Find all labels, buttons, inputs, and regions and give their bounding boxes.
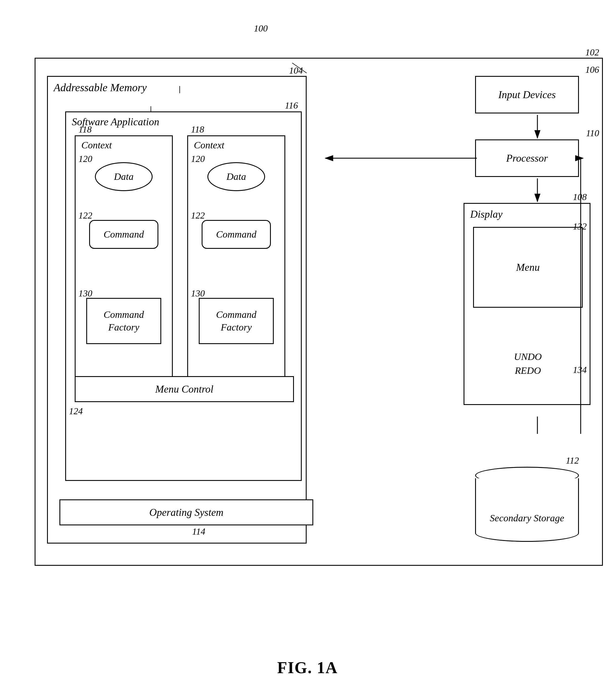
ref-120b: 120 — [191, 153, 205, 164]
ref-112: 112 — [566, 455, 579, 466]
ref-102: 102 — [585, 47, 599, 58]
processor-box: Processor — [475, 139, 579, 177]
cylinder-body — [475, 478, 579, 542]
ref-122a: 122 — [78, 210, 92, 221]
ref-104: 104 — [289, 65, 303, 76]
ref-124: 124 — [69, 406, 83, 416]
ref-132: 132 — [573, 221, 587, 232]
ref-118b: 118 — [191, 124, 204, 135]
context-box-right: 118 Context Data 120 Command 122 Command… — [187, 135, 285, 395]
undo-redo-label: UNDOREDO — [514, 350, 542, 377]
box-104: 104 Addressable Memory 116 Software Appl… — [47, 76, 307, 543]
menu-control-label: Menu Control — [155, 383, 214, 395]
data-oval-right: Data — [207, 162, 265, 191]
factory-label-left: Command Factory — [87, 308, 161, 334]
os-label: Operating System — [150, 506, 223, 518]
secondary-storage: 112 Secondary Storage — [475, 467, 579, 542]
factory-label-right: Command Factory — [200, 308, 273, 334]
ref-100: 100 — [254, 23, 268, 34]
ref-120a: 120 — [78, 153, 92, 164]
command-box-right: Command — [202, 220, 271, 249]
command-box-left: Command — [89, 220, 158, 249]
box-116: 116 Software Application 118 Context Dat… — [65, 111, 302, 481]
os-box: Operating System — [60, 499, 313, 525]
ref-130a: 130 — [78, 288, 92, 299]
command-factory-left: Command Factory — [86, 298, 161, 344]
menu-inner-box: Menu — [473, 227, 583, 308]
ref-134: 134 — [573, 365, 587, 375]
diagram: 100 102 104 Addressable Memory 116 Softw… — [17, 23, 597, 629]
ref-118a: 118 — [78, 124, 92, 135]
context-label-left: Context — [81, 140, 112, 151]
addressable-memory-label: Addressable Memory — [54, 81, 147, 94]
secondary-storage-label: Secondary Storage — [475, 512, 579, 525]
ref-116: 116 — [285, 100, 298, 111]
menu-inner-label: Menu — [516, 261, 540, 273]
context-label-right: Context — [194, 140, 225, 151]
command-label-right: Command — [216, 229, 256, 240]
figure-caption: FIG. 1A — [277, 659, 338, 677]
undo-redo-area: UNDOREDO — [473, 341, 583, 387]
input-devices-box: Input Devices — [475, 76, 579, 113]
display-label: Display — [470, 208, 502, 220]
command-factory-right: Command Factory — [199, 298, 274, 344]
command-label-left: Command — [104, 229, 144, 240]
data-label-right: Data — [227, 171, 246, 182]
input-devices-label: Input Devices — [498, 89, 556, 101]
processor-label: Processor — [506, 152, 548, 164]
data-label-left: Data — [114, 171, 133, 182]
ref-108: 108 — [573, 192, 587, 202]
ref-122b: 122 — [191, 210, 205, 221]
context-box-left: 118 Context Data 120 Command 122 Command… — [75, 135, 173, 395]
ref-106: 106 — [585, 64, 599, 75]
ref-110: 110 — [586, 128, 599, 139]
menu-control-box: Menu Control — [75, 376, 294, 402]
box-102: 102 104 Addressable Memory 116 Software … — [35, 58, 603, 566]
data-oval-left: Data — [95, 162, 153, 191]
display-box: 108 Display Menu 132 UNDOREDO 134 — [463, 203, 590, 405]
ref-114: 114 — [192, 526, 205, 537]
ref-130b: 130 — [191, 288, 205, 299]
